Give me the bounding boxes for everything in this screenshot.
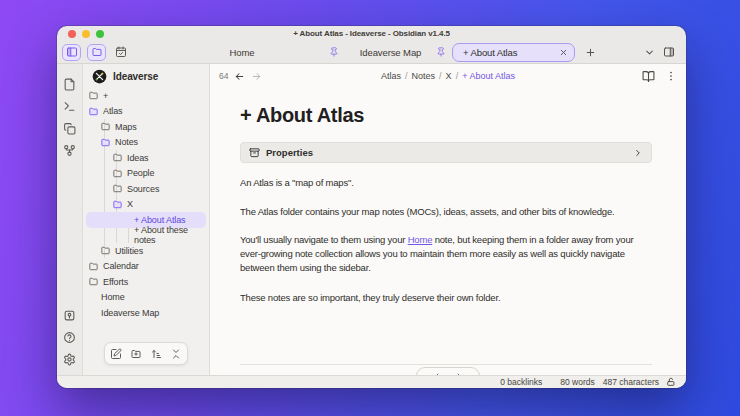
toggle-left-sidebar-button[interactable] [62, 44, 81, 61]
daily-notes-tab-button[interactable] [112, 44, 129, 61]
breadcrumb-item[interactable]: Atlas [381, 71, 401, 81]
folder-open-icon [112, 199, 123, 210]
collapse-all-toolbar-button[interactable] [170, 348, 182, 360]
properties-collapsed-bar[interactable]: Properties [240, 142, 652, 163]
home-internal-link[interactable]: Home [408, 234, 433, 245]
tree-file-home[interactable]: Home [83, 290, 209, 306]
folder-icon [88, 261, 99, 272]
tab-bar: Home Ideaverse Map + About Atlas [57, 41, 686, 64]
reading-view-button[interactable] [642, 70, 655, 83]
tree-item-label: Utilities [115, 246, 143, 256]
calendar-check-icon [115, 46, 127, 58]
plus-icon [585, 47, 596, 58]
tree-folder-utilities[interactable]: Utilities [83, 243, 209, 259]
copy-icon [63, 122, 76, 135]
folder-icon [112, 183, 123, 194]
more-options-button[interactable] [665, 70, 677, 82]
bottom-nav-pill[interactable] [416, 367, 480, 375]
new-tab-button[interactable] [580, 47, 600, 58]
help-button[interactable] [57, 326, 82, 348]
paragraph-text: You'll usually navigate to them using yo… [240, 234, 408, 245]
tree-item-label: Notes [115, 137, 138, 147]
open-vault-button[interactable] [57, 304, 82, 326]
breadcrumb-current[interactable]: + About Atlas [462, 71, 515, 81]
breadcrumb: Atlas / Notes / X / + About Atlas [210, 64, 686, 88]
paragraph: You'll usually navigate to them using yo… [240, 233, 652, 275]
breadcrumb-separator: / [405, 71, 408, 81]
tab-home[interactable]: Home [155, 41, 345, 63]
folder-icon [112, 152, 123, 163]
new-note-button[interactable] [57, 73, 82, 95]
window-title: + About Atlas - Ideaverse - Obsidian v1.… [57, 29, 686, 38]
command-palette-button[interactable] [57, 95, 82, 117]
tree-folder-atlas[interactable]: Atlas [83, 104, 209, 120]
tree-folder-people[interactable]: People [83, 166, 209, 182]
chevron-down-icon [644, 47, 655, 58]
folder-icon [112, 168, 123, 179]
new-note-toolbar-button[interactable] [110, 348, 122, 360]
chevron-left-icon[interactable] [433, 372, 441, 375]
files-tab-button[interactable] [87, 44, 106, 61]
tab-ideaverse-map[interactable]: Ideaverse Map [345, 41, 452, 63]
word-count[interactable]: 80 words [560, 377, 595, 387]
editor-header-actions [642, 64, 677, 88]
help-icon [63, 331, 76, 344]
tree-folder-sources[interactable]: Sources [83, 181, 209, 197]
tree-item-label: Sources [127, 184, 159, 194]
folder-icon [100, 121, 111, 132]
tree-folder-notes[interactable]: Notes [83, 135, 209, 151]
tab-about-atlas-active[interactable]: + About Atlas [452, 43, 575, 62]
paragraph: The Atlas folder contains your map notes… [240, 205, 652, 219]
title-bar: + About Atlas - Ideaverse - Obsidian v1.… [57, 26, 686, 41]
close-tab-icon[interactable] [559, 48, 568, 57]
tree-item-label: Maps [115, 122, 137, 132]
folder-plus-icon [130, 348, 142, 360]
terminal-icon [63, 100, 76, 113]
editor-header: 64 Atlas / Notes / X / + About Atlas [210, 64, 686, 88]
sidebar-controls [57, 44, 155, 61]
tree-folder-efforts[interactable]: Efforts [83, 274, 209, 290]
tree-folder-ideas[interactable]: Ideas [83, 150, 209, 166]
main-area: Ideaverse + Atlas Maps [57, 64, 686, 375]
backlinks-count[interactable]: 0 backlinks [500, 377, 542, 387]
status-bar: 0 backlinks 80 words 487 characters [57, 375, 686, 388]
file-explorer: Ideaverse + Atlas Maps [83, 64, 210, 375]
tree-item-label: X [127, 199, 133, 209]
sort-order-toolbar-button[interactable] [150, 348, 162, 360]
character-count[interactable]: 487 characters [603, 377, 659, 387]
tree-file-about-these-notes[interactable]: + About these notes [83, 228, 209, 244]
breadcrumb-item[interactable]: X [446, 71, 452, 81]
vault-switcher[interactable]: Ideaverse [83, 64, 209, 88]
tree-folder-calendar[interactable]: Calendar [83, 259, 209, 275]
tab-label: Home [155, 47, 329, 58]
gear-icon [63, 353, 76, 366]
graph-view-button[interactable] [57, 139, 82, 161]
settings-button[interactable] [57, 348, 82, 370]
horizontal-rule [240, 364, 652, 365]
tree-file-ideaverse-map[interactable]: Ideaverse Map [83, 305, 209, 321]
tab-list-dropdown-button[interactable] [639, 47, 659, 58]
chevron-right-icon[interactable] [633, 148, 643, 158]
tree-item-label: + About Atlas [134, 215, 186, 225]
note-content: + About Atlas Properties An Atlas is a "… [210, 88, 686, 375]
pin-icon[interactable] [329, 47, 339, 57]
panel-right-icon [663, 46, 675, 58]
lock-icon[interactable] [666, 377, 676, 387]
panel-left-icon [66, 46, 78, 58]
tree-folder-maps[interactable]: Maps [83, 119, 209, 135]
tree-item-label: Atlas [103, 106, 123, 116]
tab-label: Ideaverse Map [345, 47, 436, 58]
chevron-right-icon[interactable] [455, 372, 463, 375]
card-view-button[interactable] [57, 117, 82, 139]
tree-item-label: People [127, 168, 154, 178]
folder-icon [100, 245, 111, 256]
toggle-right-sidebar-button[interactable] [659, 46, 679, 58]
file-icon [63, 78, 76, 91]
folder-icon [91, 46, 103, 58]
breadcrumb-item[interactable]: Notes [412, 71, 436, 81]
tree-folder-x[interactable]: X [83, 197, 209, 213]
pin-icon[interactable] [436, 47, 446, 57]
new-folder-toolbar-button[interactable] [130, 348, 142, 360]
tree-folder-plus[interactable]: + [83, 88, 209, 104]
note-title[interactable]: + About Atlas [240, 102, 652, 128]
